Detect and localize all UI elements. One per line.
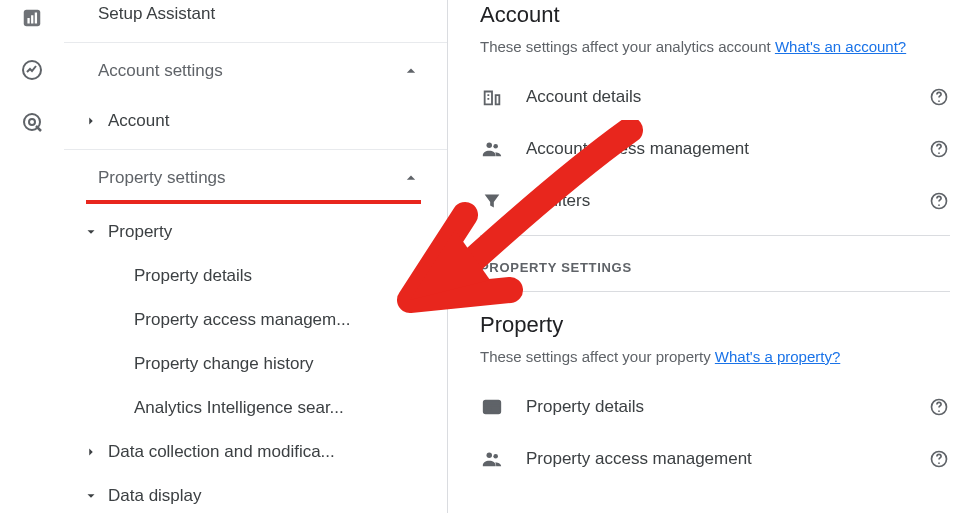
svg-point-25 bbox=[938, 462, 940, 464]
row-account-access[interactable]: Account access management bbox=[480, 123, 950, 175]
account-title: Account bbox=[480, 2, 950, 28]
svg-point-14 bbox=[938, 204, 940, 206]
caret-down-icon bbox=[84, 225, 98, 239]
explore-icon[interactable] bbox=[20, 58, 44, 82]
data-collection-label: Data collection and modifica... bbox=[108, 442, 335, 462]
svg-point-23 bbox=[493, 454, 498, 459]
chevron-up-icon bbox=[401, 61, 421, 81]
account-settings-label: Account settings bbox=[98, 61, 223, 81]
account-description: These settings affect your analytics acc… bbox=[480, 38, 950, 55]
row-label: Property access management bbox=[526, 449, 906, 469]
property-settings-heading: PROPERTY SETTINGS bbox=[480, 236, 950, 292]
help-icon[interactable] bbox=[928, 138, 950, 160]
svg-point-6 bbox=[29, 119, 35, 125]
sidebar-item-property-details[interactable]: Property details bbox=[64, 254, 447, 298]
row-property-access[interactable]: Property access management bbox=[480, 433, 950, 485]
svg-point-10 bbox=[493, 144, 498, 149]
property-description: These settings affect your property What… bbox=[480, 348, 950, 365]
annotation-underline bbox=[86, 200, 421, 204]
filter-icon bbox=[480, 189, 504, 213]
sidebar-item-account[interactable]: Account bbox=[64, 99, 447, 143]
help-icon[interactable] bbox=[928, 86, 950, 108]
row-all-filters[interactable]: All filters bbox=[480, 175, 950, 227]
property-title: Property bbox=[480, 312, 950, 338]
row-property-details[interactable]: Property details bbox=[480, 381, 950, 433]
sidebar-item-property-access[interactable]: Property access managem... bbox=[64, 298, 447, 342]
building-icon bbox=[480, 85, 504, 109]
row-label: Account access management bbox=[526, 139, 906, 159]
sidebar-item-property[interactable]: Property bbox=[64, 210, 447, 254]
caret-right-icon bbox=[84, 114, 98, 128]
row-account-details[interactable]: Account details bbox=[480, 71, 950, 123]
whats-a-property-link[interactable]: What's a property? bbox=[715, 348, 840, 365]
card-icon bbox=[480, 395, 504, 419]
account-label: Account bbox=[108, 111, 169, 131]
svg-point-9 bbox=[487, 143, 493, 149]
people-icon bbox=[480, 137, 504, 161]
svg-point-12 bbox=[938, 152, 940, 154]
svg-rect-19 bbox=[487, 409, 492, 411]
data-display-label: Data display bbox=[108, 486, 202, 506]
svg-rect-3 bbox=[35, 13, 37, 24]
caret-down-icon bbox=[84, 489, 98, 503]
caret-right-icon bbox=[84, 445, 98, 459]
whats-an-account-link[interactable]: What's an account? bbox=[775, 38, 906, 55]
people-icon bbox=[480, 447, 504, 471]
property-settings-label: Property settings bbox=[98, 168, 226, 188]
property-section: Property These settings affect your prop… bbox=[480, 312, 950, 485]
row-label: Property details bbox=[526, 397, 906, 417]
chevron-up-icon bbox=[401, 168, 421, 188]
left-icon-rail bbox=[0, 0, 64, 513]
advertising-icon[interactable] bbox=[20, 110, 44, 134]
row-label: Account details bbox=[526, 87, 906, 107]
svg-point-8 bbox=[938, 100, 940, 102]
svg-point-22 bbox=[487, 453, 493, 459]
help-icon[interactable] bbox=[928, 190, 950, 212]
account-section: Account These settings affect your analy… bbox=[480, 2, 950, 292]
help-icon[interactable] bbox=[928, 448, 950, 470]
setup-assistant-label: Setup Assistant bbox=[98, 4, 215, 23]
svg-point-21 bbox=[938, 410, 940, 412]
setup-assistant-item[interactable]: Setup Assistant bbox=[64, 0, 447, 43]
sidebar-item-property-change-history[interactable]: Property change history bbox=[64, 342, 447, 386]
stats-icon[interactable] bbox=[20, 6, 44, 30]
sidebar-item-data-display[interactable]: Data display bbox=[64, 474, 447, 513]
help-icon[interactable] bbox=[928, 396, 950, 418]
settings-sidebar: Setup Assistant Account settings Account… bbox=[64, 0, 448, 513]
main-content: Account These settings affect your analy… bbox=[448, 0, 978, 513]
svg-rect-1 bbox=[27, 18, 29, 24]
svg-rect-2 bbox=[31, 15, 33, 23]
sidebar-item-data-collection[interactable]: Data collection and modifica... bbox=[64, 430, 447, 474]
row-label: All filters bbox=[526, 191, 906, 211]
property-label: Property bbox=[108, 222, 172, 242]
svg-rect-18 bbox=[484, 404, 501, 406]
account-settings-header[interactable]: Account settings bbox=[64, 43, 447, 99]
sidebar-item-analytics-intelligence[interactable]: Analytics Intelligence sear... bbox=[64, 386, 447, 430]
property-settings-header[interactable]: Property settings bbox=[64, 150, 447, 206]
